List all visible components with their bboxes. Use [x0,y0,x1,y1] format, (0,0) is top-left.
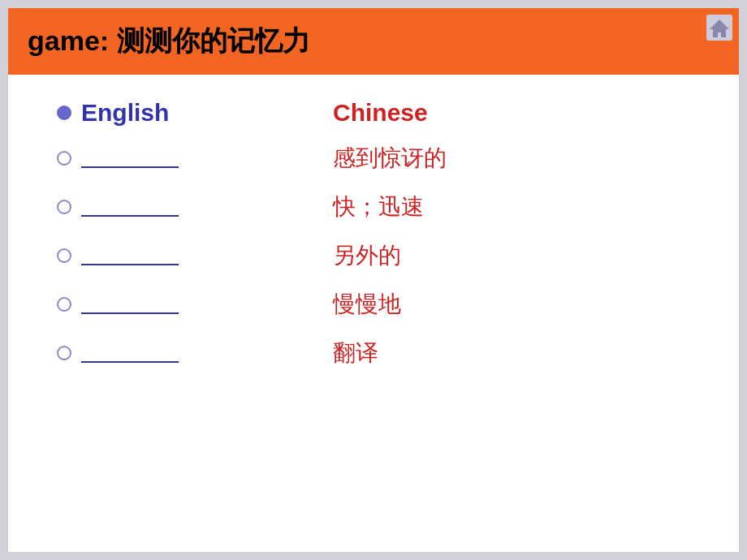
english-col-2 [57,197,333,217]
bullet-1 [57,151,71,166]
english-blank-5[interactable] [81,343,179,363]
english-bullet [57,106,71,120]
english-col-5 [57,343,333,363]
columns-header: English Chinese [57,99,690,127]
content-area: English Chinese 感到惊讶的 快；迅速 [8,75,739,411]
english-blank-4[interactable] [81,295,179,314]
english-label: English [81,99,169,127]
english-column-header: English [57,99,333,127]
chinese-label: Chinese [333,99,428,126]
slide: game: 测测你的记忆力 English Chinese 感到惊讶的 [8,8,739,552]
bullet-4 [57,297,71,312]
header-title: game: 测测你的记忆力 [28,23,310,60]
chinese-word-3: 另外的 [333,240,690,271]
english-blank-3[interactable] [81,246,179,265]
english-col-1 [57,149,333,168]
chinese-column-header: Chinese [333,99,690,127]
english-blank-1[interactable] [81,149,179,168]
word-row-2: 快；迅速 [57,192,690,222]
word-row-5: 翻译 [57,338,690,368]
home-icon[interactable] [706,15,732,41]
chinese-word-2: 快；迅速 [333,192,690,222]
chinese-word-4: 慢慢地 [333,289,690,320]
header-bar: game: 测测你的记忆力 [8,8,739,75]
chinese-word-5: 翻译 [333,338,690,368]
chinese-word-1: 感到惊讶的 [333,143,690,174]
english-col-3 [57,246,333,265]
bullet-3 [57,248,71,263]
english-blank-2[interactable] [81,197,179,217]
word-row-1: 感到惊讶的 [57,143,690,174]
bullet-2 [57,200,71,214]
word-row-3: 另外的 [57,240,690,271]
word-row-4: 慢慢地 [57,289,690,320]
bullet-5 [57,346,71,360]
english-col-4 [57,295,333,314]
